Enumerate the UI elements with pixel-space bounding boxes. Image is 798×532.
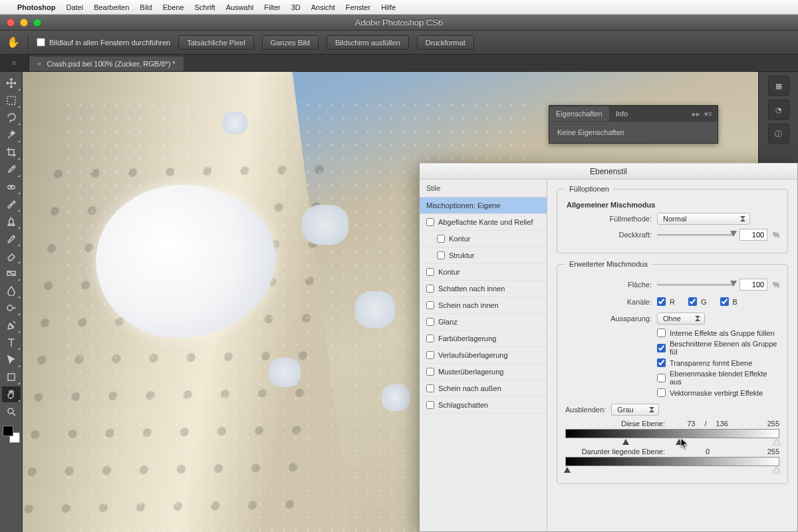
- style-row-6[interactable]: Schein nach innen: [420, 297, 547, 314]
- blur-tool[interactable]: [2, 283, 21, 299]
- adv-option-1[interactable]: Beschnittene Ebenen als Gruppe fül: [657, 340, 779, 356]
- actual-pixels-button[interactable]: Tatsächliche Pixel: [178, 35, 253, 50]
- underlying-layer-gradient[interactable]: [565, 457, 779, 466]
- style-row-checkbox[interactable]: [426, 318, 434, 326]
- adv-option-3[interactable]: Ebenenmaske blendet Effekte aus: [657, 370, 779, 386]
- menu-3d[interactable]: 3D: [291, 3, 301, 11]
- style-row-11[interactable]: Schein nach außen: [420, 380, 547, 397]
- menu-bearbeiten[interactable]: Bearbeiten: [94, 3, 129, 11]
- document-tab[interactable]: × Crash.psd bei 100% (Zucker, RGB/8*) *: [29, 57, 184, 71]
- collapse-panels-left-icon[interactable]: ≡: [0, 55, 29, 71]
- adv-option-4[interactable]: Vektormaske verbirgt Effekte: [657, 388, 779, 397]
- properties-tab[interactable]: Eigenschaften: [549, 106, 609, 121]
- print-size-button[interactable]: Druckformat: [417, 35, 474, 50]
- pen-tool[interactable]: [2, 317, 21, 333]
- panel-collapse-icon[interactable]: ▸▸: [692, 110, 700, 118]
- channel-b-checkbox[interactable]: B: [720, 297, 737, 306]
- blend-if-select[interactable]: Grau: [611, 404, 659, 416]
- fill-opacity-input[interactable]: [739, 279, 767, 291]
- opacity-slider[interactable]: [657, 230, 734, 239]
- rail-icon-1[interactable]: ▦: [768, 76, 789, 96]
- color-swatches[interactable]: [3, 426, 20, 443]
- history-brush-tool[interactable]: [2, 231, 21, 247]
- this-layer-gradient[interactable]: [565, 429, 779, 438]
- app-menu[interactable]: Photoshop: [17, 3, 55, 11]
- gradient-tool[interactable]: [2, 265, 21, 281]
- dodge-tool[interactable]: [2, 300, 21, 316]
- healing-brush-tool[interactable]: [2, 179, 21, 195]
- opacity-input[interactable]: [739, 229, 767, 241]
- window-zoom-button[interactable]: [33, 19, 41, 27]
- style-row-checkbox[interactable]: [437, 235, 445, 243]
- shape-tool[interactable]: [2, 369, 21, 385]
- style-row-checkbox[interactable]: [426, 401, 434, 409]
- style-row-checkbox[interactable]: [426, 301, 434, 309]
- crop-tool[interactable]: [2, 144, 21, 160]
- style-row-checkbox[interactable]: [426, 285, 434, 293]
- menu-auswahl[interactable]: Auswahl: [226, 3, 254, 11]
- style-row-7[interactable]: Glanz: [420, 314, 547, 331]
- path-selection-tool[interactable]: [2, 352, 21, 368]
- knockout-select[interactable]: Ohne: [657, 313, 705, 325]
- marquee-tool[interactable]: [2, 92, 21, 108]
- info-tab[interactable]: Info: [609, 106, 634, 121]
- type-tool[interactable]: [2, 334, 21, 350]
- hand-tool[interactable]: [2, 386, 21, 402]
- close-tab-icon[interactable]: ×: [37, 60, 41, 68]
- channel-g-checkbox[interactable]: G: [688, 297, 707, 306]
- style-row-9[interactable]: Verlaufsüberlagerung: [420, 347, 547, 364]
- clone-stamp-tool[interactable]: [2, 213, 21, 229]
- style-row-12[interactable]: Schlagschatten: [420, 397, 547, 414]
- underlying-black-stop[interactable]: [564, 467, 571, 473]
- magic-wand-tool[interactable]: [2, 127, 21, 143]
- style-row-checkbox[interactable]: [426, 384, 434, 392]
- style-row-checkbox[interactable]: [426, 334, 434, 342]
- this-layer-black-stop-b[interactable]: [676, 439, 682, 445]
- style-row-8[interactable]: Farbüberlagerung: [420, 331, 547, 347]
- scroll-all-windows-checkbox[interactable]: Bildlauf in allen Fenstern durchführen: [37, 38, 170, 47]
- fit-screen-button[interactable]: Ganzes Bild: [262, 35, 319, 50]
- style-row-label: Kontur: [438, 268, 460, 276]
- zoom-tool[interactable]: [2, 404, 21, 420]
- eraser-tool[interactable]: [2, 248, 21, 264]
- style-row-checkbox[interactable]: [426, 351, 434, 359]
- menu-ebene[interactable]: Ebene: [163, 3, 184, 11]
- window-close-button[interactable]: [7, 19, 15, 27]
- channel-r-checkbox[interactable]: R: [657, 297, 675, 306]
- blend-mode-select[interactable]: Normal: [657, 213, 750, 225]
- menu-fenster[interactable]: Fenster: [346, 3, 370, 11]
- style-row-1[interactable]: Abgeflachte Kante und Relief: [420, 214, 547, 231]
- this-layer-white-stop[interactable]: [773, 439, 780, 445]
- this-layer-black-stop-a[interactable]: [622, 439, 629, 445]
- menu-bild[interactable]: Bild: [140, 3, 152, 11]
- eyedropper-tool[interactable]: [2, 162, 21, 178]
- lasso-tool[interactable]: [2, 110, 21, 126]
- fill-opacity-slider[interactable]: [657, 280, 734, 289]
- adv-option-0[interactable]: Interne Effekte als Gruppe füllen: [657, 329, 779, 337]
- panel-menu-icon[interactable]: ▾≡: [704, 110, 712, 118]
- window-minimize-button[interactable]: [20, 19, 28, 27]
- style-row-5[interactable]: Schatten nach innen: [420, 281, 547, 297]
- move-tool[interactable]: [2, 75, 21, 91]
- menu-schrift[interactable]: Schrift: [195, 3, 215, 11]
- menu-ansicht[interactable]: Ansicht: [311, 3, 335, 11]
- style-row-checkbox[interactable]: [437, 251, 445, 259]
- style-row-checkbox[interactable]: [426, 268, 434, 276]
- rail-icon-2[interactable]: ◔: [768, 100, 789, 120]
- menu-hilfe[interactable]: Hilfe: [381, 3, 396, 11]
- style-row-0[interactable]: Mischoptionen: Eigene: [420, 198, 547, 214]
- brush-tool[interactable]: [2, 196, 21, 212]
- fill-screen-button[interactable]: Bildschirm ausfüllen: [327, 35, 409, 50]
- style-row-4[interactable]: Kontur: [420, 264, 547, 281]
- underlying-white-stop[interactable]: [773, 467, 780, 473]
- style-row-checkbox[interactable]: [426, 218, 434, 226]
- style-row-checkbox[interactable]: [426, 368, 434, 376]
- adv-option-2[interactable]: Transparenz formt Ebene: [657, 358, 779, 367]
- menu-filter[interactable]: Filter: [264, 3, 280, 11]
- hand-tool-icon[interactable]: ✋: [7, 36, 20, 49]
- style-row-3[interactable]: Struktur: [420, 247, 547, 264]
- style-row-10[interactable]: Musterüberlagerung: [420, 364, 547, 380]
- style-row-2[interactable]: Kontur: [420, 231, 547, 247]
- rail-icon-3[interactable]: ⓘ: [768, 124, 789, 144]
- menu-datei[interactable]: Datei: [66, 3, 83, 11]
